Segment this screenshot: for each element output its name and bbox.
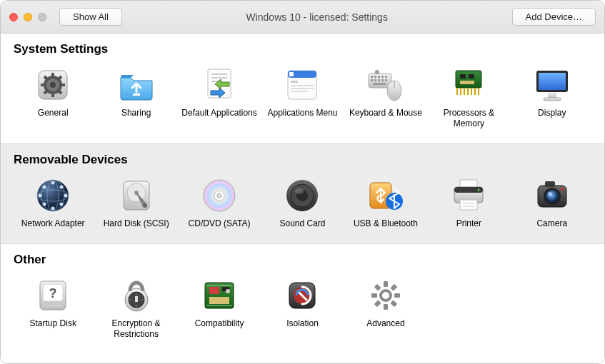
add-device-button[interactable]: Add Device… [512,8,596,26]
svg-point-61 [43,203,46,206]
svg-rect-37 [469,74,474,79]
window-title: Windows 10 - licensed: Settings [131,11,504,23]
pref-keyboard-mouse[interactable]: Keyboard & Mouse [346,62,425,132]
pref-label: Display [538,108,566,118]
pref-label: CD/DVD (SATA) [189,218,251,229]
sharing-icon [116,65,156,105]
svg-point-87 [561,188,564,191]
keyboard-mouse-icon [366,65,406,105]
svg-rect-99 [205,283,234,308]
svg-point-78 [478,189,480,191]
svg-rect-100 [209,287,219,294]
svg-rect-79 [460,200,477,210]
svg-point-34 [375,70,379,74]
pref-startup-disk[interactable]: ? Startup Disk [14,273,92,343]
optical-disc-icon [199,176,239,216]
svg-rect-28 [378,79,380,81]
svg-point-105 [226,289,230,293]
svg-rect-47 [539,73,566,90]
close-icon[interactable] [9,13,18,21]
pref-advanced[interactable]: Advanced [346,273,425,343]
svg-rect-36 [460,74,466,79]
svg-rect-102 [209,297,229,304]
svg-rect-18 [291,88,314,89]
traffic-lights [9,13,46,21]
svg-text:?: ? [49,286,57,300]
pref-applications-menu[interactable]: Applications Menu [263,62,341,132]
pref-camera[interactable]: Camera [513,173,591,232]
svg-point-50 [37,180,69,211]
svg-rect-91 [43,304,63,307]
pref-label: Camera [536,218,567,229]
pref-label: USB & Bluetooth [354,218,418,229]
section-title: System Settings [14,42,591,56]
svg-rect-35 [456,71,481,88]
svg-rect-112 [394,293,400,298]
svg-rect-48 [548,92,556,98]
pref-label: Sound Card [279,218,325,229]
svg-rect-8 [133,93,140,96]
svg-rect-29 [381,79,384,81]
apps-menu-icon [282,65,322,105]
svg-rect-110 [384,304,388,310]
svg-rect-17 [291,85,314,86]
pref-compatibility[interactable]: Compatibility [180,273,259,343]
pref-usb-bluetooth[interactable]: USB & Bluetooth [346,173,425,232]
pref-sharing[interactable]: Sharing [96,62,175,132]
pref-label: Printer [456,218,481,229]
pref-default-applications[interactable]: Default Applications [180,62,259,132]
printer-icon [449,176,489,216]
pref-label: Processors & Memory [431,108,506,129]
svg-rect-26 [371,79,373,81]
section-other: Other ? Startup Disk Encryption & Restri… [1,244,604,354]
svg-rect-111 [371,293,377,298]
svg-rect-113 [390,284,397,291]
svg-rect-30 [385,79,387,81]
svg-point-57 [64,194,68,198]
svg-rect-27 [374,79,376,81]
pref-printer[interactable]: Printer [429,173,508,232]
pref-hard-disk-scsi[interactable]: Hard Disk (SCSI) [96,173,175,232]
pref-label: Keyboard & Mouse [349,108,422,118]
settings-content: System Settings General Sharing Default … [1,34,604,363]
svg-rect-31 [373,83,386,85]
svg-rect-21 [371,76,373,78]
svg-rect-25 [385,76,387,78]
svg-point-117 [382,292,389,299]
section-removable-devices: Removable Devices Network Adapter Hard D… [1,144,604,244]
pref-sound-card[interactable]: Sound Card [263,173,341,232]
svg-rect-116 [390,300,397,307]
svg-rect-83 [545,181,555,187]
pref-isolation[interactable]: Isolation [263,273,341,343]
pref-display[interactable]: Display [513,62,591,132]
pref-network-adapter[interactable]: Network Adapter [14,173,92,232]
pref-general[interactable]: General [14,62,92,132]
pref-label: Applications Menu [267,108,337,118]
show-all-button[interactable]: Show All [59,8,122,26]
pref-label: Encryption & Restrictions [99,318,174,340]
pref-cd-dvd-sata[interactable]: CD/DVD (SATA) [180,173,259,232]
isolation-icon [282,275,322,315]
settings-window: Show All Windows 10 - licensed: Settings… [0,0,605,364]
svg-rect-23 [378,76,380,78]
pref-label: Default Applications [181,108,256,118]
pref-processors-memory[interactable]: Processors & Memory [429,62,508,132]
svg-rect-15 [289,72,294,76]
maximize-icon[interactable] [38,13,46,21]
display-icon [532,65,572,105]
minimize-icon[interactable] [24,13,32,21]
pref-label: General [38,108,69,118]
pref-encryption-restrictions[interactable]: Encryption & Restrictions [96,273,175,343]
pref-label: Compatibility [195,318,244,329]
settings-grid: Network Adapter Hard Disk (SCSI) CD/DVD … [14,173,591,232]
svg-point-68 [217,193,221,198]
compatibility-icon [199,275,239,315]
encryption-icon [116,275,156,315]
cpu-memory-icon [449,65,489,105]
pref-label: Startup Disk [30,318,76,329]
pref-label: Sharing [121,108,151,118]
sound-card-icon [282,176,322,216]
section-system-settings: System Settings General Sharing Default … [1,34,604,144]
pref-label: Hard Disk (SCSI) [104,218,169,229]
camera-icon [532,176,572,216]
